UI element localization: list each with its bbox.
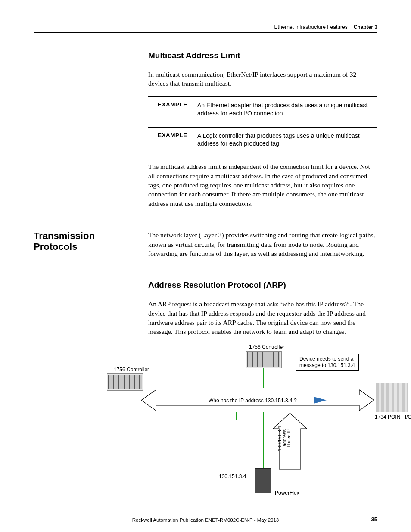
diagram-label-1756-left: 1756 Controller (114, 367, 149, 373)
diagram-label-1756-top: 1756 Controller (249, 344, 284, 350)
device-1756-left (107, 373, 143, 391)
body-text: In multicast communication, EtherNet/IP … (148, 70, 377, 88)
body-text: The multicast address limit is independe… (148, 162, 377, 208)
device-1756-top (246, 351, 282, 368)
heading-arp: Address Resolution Protocol (ARP) (148, 280, 377, 290)
body-text: An ARP request is a broadcast message th… (148, 299, 377, 336)
footer-publication: Rockwell Automation Publication ENET-RM0… (34, 517, 377, 523)
diagram-label-powerflex: PowerFlex (275, 490, 299, 496)
heading-transmission-protocols: Transmission Protocols (34, 230, 138, 266)
header-chapter: Chapter 3 (354, 24, 377, 30)
network-line (263, 412, 264, 468)
example-label: EXAMPLE (148, 132, 188, 148)
header-section: Ethernet Infrastructure Features (274, 24, 348, 30)
example-row: EXAMPLE A Logix controller that produces… (148, 127, 377, 153)
network-line (236, 412, 237, 420)
reply-text-2: address (282, 429, 287, 446)
reply-text-3: 130.151.3.4 (277, 426, 282, 451)
ip-label: 130.151.3.4 (219, 473, 246, 479)
broadcast-text: Who has the IP address 130.151.3.4 ? (209, 398, 297, 404)
callout-need-send: Device needs to send a message to 130.15… (296, 354, 359, 371)
page-number: 35 (371, 516, 377, 523)
diagram-label-pointio: 1734 POINT I/O (375, 414, 411, 420)
device-1734-pointio (376, 383, 408, 412)
arp-diagram: 1756 Controller Device needs to send a m… (77, 344, 387, 508)
example-text: A Logix controller that produces tags us… (197, 132, 377, 148)
network-line (263, 368, 264, 388)
heading-multicast-limit: Multicast Address Limit (148, 51, 377, 60)
example-label: EXAMPLE (148, 101, 188, 118)
running-header: Ethernet Infrastructure Features Chapter… (34, 24, 377, 33)
device-powerflex (255, 468, 271, 493)
example-row: EXAMPLE An Ethernet adapter that produce… (148, 96, 377, 122)
body-text: The network layer (Layer 3) provides swi… (148, 230, 377, 258)
example-text: An Ethernet adapter that produces data u… (197, 101, 377, 118)
